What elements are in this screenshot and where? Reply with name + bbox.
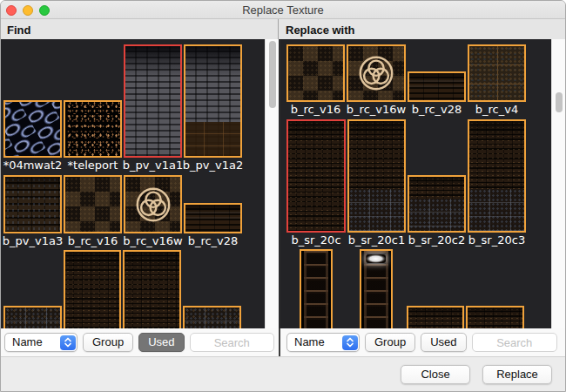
replace-header: Replace with <box>286 24 354 37</box>
texture-label: b_sr_20c1 <box>348 233 405 247</box>
texture-cell: b_rc_v16w <box>124 175 182 248</box>
replace-controls: Name Group Used <box>280 328 565 356</box>
texture-cell: b_rc_v28 <box>184 203 242 248</box>
texture-cell: b_rc_v16 <box>286 44 345 117</box>
texture-tile-b_pv_v1a3[interactable] <box>3 175 62 233</box>
texture-tile-b_pv_v1a2[interactable] <box>184 44 242 158</box>
replace-search-input[interactable] <box>472 333 558 352</box>
texture-cell: b_rc_v28 <box>408 71 466 117</box>
find-scrollbar-thumb[interactable] <box>269 41 276 108</box>
replace-texture-dialog: Replace Texture Find Replace with *04mwa… <box>0 0 566 392</box>
texture-tile[interactable] <box>407 306 464 328</box>
texture-label: b_rc_v16 <box>291 102 341 117</box>
dialog-footer: Close Replace <box>1 356 565 391</box>
texture-cell <box>407 306 464 328</box>
texture-label: b_sr_20c3 <box>468 233 525 247</box>
find-grid: *04mwat2*teleportb_pv_v1a1b_pv_v1a2b_pv_… <box>1 39 265 328</box>
texture-label: b_rc_v28 <box>412 102 462 117</box>
texture-label: *teleport <box>68 158 118 172</box>
texture-tile-b_rc_v16w[interactable] <box>124 175 182 233</box>
texture-label: b_rc_v16 <box>68 233 118 248</box>
texture-tile-teleport[interactable] <box>64 100 122 158</box>
texture-tile[interactable] <box>123 250 181 328</box>
texture-cell: b_sr_20c1 <box>347 119 406 247</box>
replace-grid: b_rc_v16b_rc_v16wb_rc_v28b_rc_v4b_sr_20c… <box>280 39 551 328</box>
replace-scrollbar-thumb[interactable] <box>556 92 563 112</box>
texture-cell: b_pv_v1a3 <box>3 175 62 248</box>
texture-tile[interactable] <box>3 306 62 328</box>
replace-sort-dropdown[interactable]: Name <box>286 333 360 352</box>
texture-cell: b_pv_v1a1 <box>124 44 182 172</box>
texture-label: b_sr_20c2 <box>408 233 465 247</box>
find-search-input[interactable] <box>190 333 275 352</box>
texture-label: b_pv_v1a1 <box>123 158 183 172</box>
texture-tile-b_rc_v28[interactable] <box>408 71 466 102</box>
panel-headers: Find Replace with <box>1 19 565 39</box>
texture-tile-b_sr_20c3[interactable] <box>468 119 526 233</box>
main-area: *04mwat2*teleportb_pv_v1a1b_pv_v1a2b_pv_… <box>1 39 565 328</box>
texture-label: *04mwat2 <box>3 158 63 172</box>
texture-tile-b_rc_v16[interactable] <box>64 175 122 233</box>
texture-cell <box>347 249 405 328</box>
texture-tile-04mwat2[interactable] <box>3 100 62 158</box>
texture-cell <box>183 306 241 328</box>
find-sort-value: Name <box>12 335 43 348</box>
texture-label: b_rc_v16w <box>347 102 406 117</box>
texture-row: b_rc_v16b_rc_v16wb_rc_v28b_rc_v4 <box>280 44 551 117</box>
texture-row: b_pv_v1a3b_rc_v16b_rc_v16wb_rc_v28 <box>1 175 265 248</box>
texture-tile[interactable] <box>466 306 524 328</box>
texture-cell: b_rc_v4 <box>468 44 526 117</box>
find-group-toggle[interactable]: Group <box>83 333 133 352</box>
replace-group-toggle[interactable]: Group <box>365 333 415 352</box>
texture-tile-b_sr_20c[interactable] <box>286 119 346 233</box>
texture-cell: b_sr_20c <box>286 119 346 247</box>
chevron-up-down-icon <box>342 335 358 350</box>
texture-cell: *04mwat2 <box>3 100 62 172</box>
texture-label: b_pv_v1a3 <box>3 233 63 248</box>
texture-cell <box>123 250 181 328</box>
texture-cell: b_rc_v16w <box>347 44 406 117</box>
texture-tile[interactable] <box>360 249 393 328</box>
texture-tile-b_sr_20c1[interactable] <box>347 119 406 233</box>
texture-cell <box>466 306 524 328</box>
texture-cell <box>64 250 121 328</box>
texture-cell: b_sr_20c3 <box>468 119 526 247</box>
texture-label: b_rc_v4 <box>475 102 518 117</box>
texture-label: b_pv_v1a2 <box>183 158 243 172</box>
texture-cell: *teleport <box>64 100 122 172</box>
texture-cell <box>286 249 345 328</box>
find-sort-dropdown[interactable]: Name <box>4 333 77 352</box>
texture-label: b_rc_v28 <box>188 233 239 248</box>
texture-tile-b_rc_v4[interactable] <box>468 44 526 102</box>
chevron-up-down-icon <box>60 335 76 350</box>
find-panel: *04mwat2*teleportb_pv_v1a1b_pv_v1a2b_pv_… <box>1 39 279 328</box>
texture-tile-b_rc_v16w[interactable] <box>347 44 406 102</box>
title-bar[interactable]: Replace Texture <box>1 1 565 19</box>
find-used-toggle[interactable]: Used <box>138 333 184 352</box>
texture-tile-b_sr_20c2[interactable] <box>408 175 466 233</box>
texture-cell: b_sr_20c2 <box>408 175 466 247</box>
texture-label: b_sr_20c <box>291 233 340 247</box>
texture-tile-b_rc_v16[interactable] <box>286 44 345 102</box>
texture-cell: b_rc_v16 <box>64 175 122 248</box>
filter-controls: Name Group Used Name Group Used <box>1 328 565 356</box>
texture-row: *04mwat2*teleportb_pv_v1a1b_pv_v1a2 <box>1 44 265 172</box>
texture-cell: b_pv_v1a2 <box>184 44 242 172</box>
replace-used-toggle[interactable]: Used <box>421 333 466 352</box>
replace-button[interactable]: Replace <box>482 365 552 384</box>
find-scrollbar[interactable] <box>265 39 279 328</box>
replace-scrollbar[interactable] <box>551 39 565 328</box>
close-button[interactable]: Close <box>401 365 470 384</box>
replace-panel: b_rc_v16b_rc_v16wb_rc_v28b_rc_v4b_sr_20c… <box>280 39 565 328</box>
texture-cell <box>3 306 62 328</box>
texture-tile[interactable] <box>64 250 121 328</box>
texture-tile[interactable] <box>183 306 241 328</box>
texture-label: b_rc_v16w <box>123 233 182 248</box>
window-title: Replace Texture <box>1 3 565 17</box>
header-divider <box>278 19 279 39</box>
replace-sort-value: Name <box>294 335 325 348</box>
texture-tile-b_pv_v1a1[interactable] <box>124 44 182 158</box>
texture-tile[interactable] <box>300 249 333 328</box>
texture-tile-b_rc_v28[interactable] <box>184 203 242 233</box>
find-controls: Name Group Used <box>1 328 279 356</box>
